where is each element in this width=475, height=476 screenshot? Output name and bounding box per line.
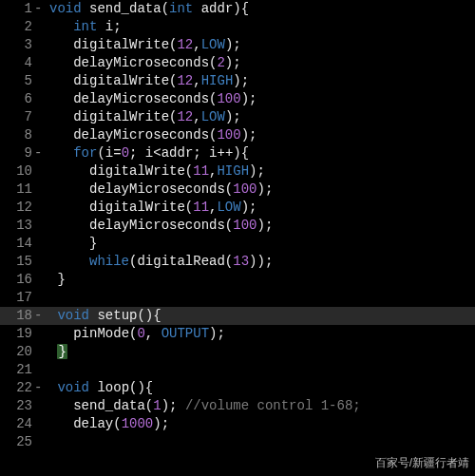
token-pl bbox=[193, 1, 200, 16]
code-line[interactable]: 24 delay(1000); bbox=[0, 415, 475, 433]
line-number: 12 bbox=[0, 199, 34, 217]
code-content[interactable]: digitalWrite(12,LOW); bbox=[46, 36, 241, 54]
token-op: ++ bbox=[218, 145, 234, 161]
token-pn: ) bbox=[153, 416, 161, 431]
code-content[interactable]: int i; bbox=[46, 18, 122, 36]
token-ty: int bbox=[169, 1, 193, 16]
token-pl bbox=[49, 416, 73, 431]
token-nm: 0 bbox=[122, 145, 129, 161]
code-content[interactable]: void loop(){ bbox=[46, 379, 153, 397]
token-pl bbox=[49, 254, 89, 269]
code-line[interactable]: 1-void send_data(int addr){ bbox=[0, 0, 475, 18]
code-line[interactable]: 10 digitalWrite(11,HIGH); bbox=[0, 162, 475, 181]
token-fn: digitalWrite bbox=[89, 200, 185, 215]
code-line[interactable]: 2 int i; bbox=[0, 18, 475, 36]
code-content[interactable]: void setup(){ bbox=[46, 307, 162, 325]
token-pn: ) bbox=[145, 308, 153, 323]
code-line[interactable]: 4 delayMicroseconds(2); bbox=[0, 54, 475, 72]
token-pn: ) bbox=[256, 218, 264, 233]
code-line[interactable]: 17 bbox=[0, 289, 475, 307]
code-content[interactable]: delayMicroseconds(100); bbox=[46, 181, 273, 199]
token-fn: delayMicroseconds bbox=[89, 181, 225, 197]
token-pl bbox=[49, 398, 73, 413]
code-line[interactable]: 8 delayMicroseconds(100); bbox=[0, 126, 475, 144]
code-line[interactable]: 20 } bbox=[0, 343, 475, 361]
token-pl bbox=[82, 1, 89, 16]
code-line[interactable]: 15 while(digitalRead(13)); bbox=[0, 253, 475, 271]
token-nm: 100 bbox=[217, 91, 240, 106]
code-line[interactable]: 7 digitalWrite(12,LOW); bbox=[0, 108, 475, 126]
code-content[interactable]: } bbox=[46, 343, 67, 361]
token-nm: 13 bbox=[233, 254, 249, 269]
code-line[interactable]: 6 delayMicroseconds(100); bbox=[0, 90, 475, 108]
token-pl bbox=[49, 109, 73, 124]
token-fn: digitalWrite bbox=[73, 109, 169, 124]
code-content[interactable]: } bbox=[46, 271, 66, 289]
token-pl: addr bbox=[201, 1, 234, 16]
code-content[interactable]: delay(1000); bbox=[46, 415, 169, 433]
code-content[interactable]: digitalWrite(11,HIGH); bbox=[46, 162, 265, 181]
token-pn: ; bbox=[233, 37, 240, 52]
line-number: 5 bbox=[0, 72, 34, 90]
token-pn: ) bbox=[233, 1, 240, 16]
line-number: 24 bbox=[0, 415, 34, 433]
fold-marker[interactable]: - bbox=[34, 144, 46, 162]
code-content[interactable]: while(digitalRead(13)); bbox=[46, 253, 273, 271]
code-line[interactable]: 25 bbox=[0, 433, 475, 451]
code-content[interactable]: void send_data(int addr){ bbox=[46, 0, 249, 18]
code-content[interactable]: for(i=0; i<addr; i++){ bbox=[46, 144, 249, 162]
token-pl bbox=[49, 37, 73, 52]
code-line[interactable]: 3 digitalWrite(12,LOW); bbox=[0, 36, 475, 54]
code-line[interactable]: 11 delayMicroseconds(100); bbox=[0, 181, 475, 199]
code-line[interactable]: 23 send_data(1); //volume control 1-68; bbox=[0, 397, 475, 415]
token-pl: i bbox=[105, 145, 113, 161]
token-cn: OUTPUT bbox=[162, 326, 209, 341]
token-fn: digitalWrite bbox=[73, 37, 169, 52]
code-line[interactable]: 22- void loop(){ bbox=[0, 379, 475, 397]
fold-marker[interactable]: - bbox=[34, 0, 46, 18]
line-number: 11 bbox=[0, 181, 34, 199]
line-number: 22 bbox=[0, 379, 34, 397]
token-pn: ) bbox=[241, 127, 249, 143]
token-nm: 2 bbox=[217, 55, 224, 70]
code-content[interactable]: digitalWrite(12,LOW); bbox=[46, 108, 241, 126]
line-number: 18 bbox=[0, 307, 34, 325]
code-content[interactable]: delayMicroseconds(2); bbox=[46, 54, 241, 72]
code-editor[interactable]: 1-void send_data(int addr){2 int i;3 dig… bbox=[0, 0, 475, 476]
code-line[interactable]: 18- void setup(){ bbox=[0, 307, 475, 325]
code-line[interactable]: 14 } bbox=[0, 235, 475, 253]
token-pl bbox=[49, 55, 73, 70]
token-pl bbox=[49, 236, 89, 251]
token-pn: ) bbox=[225, 55, 233, 70]
code-line[interactable]: 21 bbox=[0, 361, 475, 379]
token-fn: setup bbox=[97, 308, 137, 323]
token-pl: i bbox=[105, 19, 113, 34]
token-cm: //volume control 1-68; bbox=[185, 398, 361, 413]
token-pn: ) bbox=[233, 145, 240, 161]
token-pn: ( bbox=[162, 1, 169, 16]
code-content[interactable]: } bbox=[46, 235, 97, 253]
token-pn: ; bbox=[233, 109, 240, 124]
token-nm: 100 bbox=[217, 127, 240, 143]
token-nm: 1000 bbox=[122, 416, 154, 431]
token-nm: 100 bbox=[233, 218, 256, 233]
code-content[interactable]: pinMode(0, OUTPUT); bbox=[46, 325, 225, 343]
token-pl bbox=[49, 73, 73, 88]
code-line[interactable]: 19 pinMode(0, OUTPUT); bbox=[0, 325, 475, 343]
code-line[interactable]: 12 digitalWrite(11,LOW); bbox=[0, 199, 475, 217]
code-line[interactable]: 9- for(i=0; i<addr; i++){ bbox=[0, 144, 475, 162]
fold-marker[interactable]: - bbox=[34, 379, 46, 397]
code-line[interactable]: 13 delayMicroseconds(100); bbox=[0, 217, 475, 235]
fold-marker[interactable]: - bbox=[34, 307, 46, 325]
code-content[interactable]: delayMicroseconds(100); bbox=[46, 126, 256, 144]
code-content[interactable]: send_data(1); //volume control 1-68; bbox=[46, 397, 361, 415]
token-pn: } bbox=[57, 272, 65, 287]
code-content[interactable]: delayMicroseconds(100); bbox=[46, 90, 256, 108]
code-content[interactable]: digitalWrite(11,LOW); bbox=[46, 199, 257, 217]
code-content[interactable]: delayMicroseconds(100); bbox=[46, 217, 273, 235]
token-fn: loop bbox=[97, 380, 129, 395]
code-line[interactable]: 5 digitalWrite(12,HIGH); bbox=[0, 72, 475, 90]
code-content[interactable]: digitalWrite(12,HIGH); bbox=[46, 72, 249, 90]
token-nm: 0 bbox=[137, 326, 144, 341]
code-line[interactable]: 16 } bbox=[0, 271, 475, 289]
